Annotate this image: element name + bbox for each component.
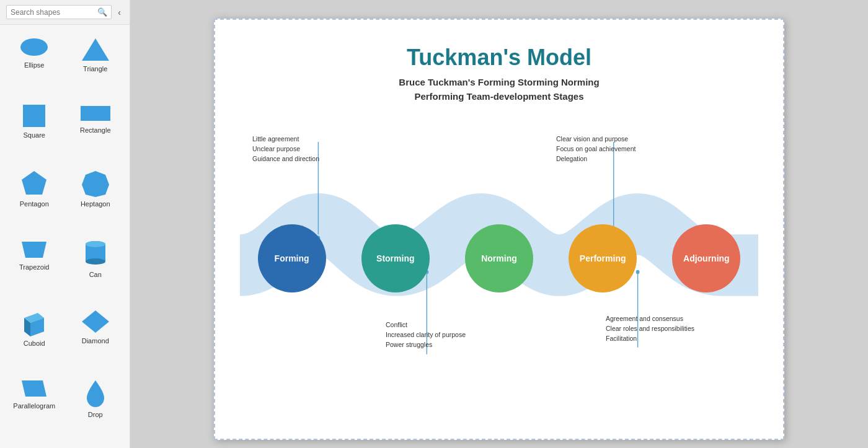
diagram-subtitle: Bruce Tuckman's Forming Storming Norming… bbox=[240, 76, 758, 103]
annotation-performing-top: Clear vision and purposeFocus on goal ac… bbox=[556, 134, 636, 164]
shape-item-parallelogram[interactable]: Parallelogram bbox=[5, 373, 64, 442]
stage-forming: Forming bbox=[258, 224, 326, 292]
svg-rect-2 bbox=[23, 105, 45, 127]
cuboid-icon bbox=[20, 309, 48, 336]
shapes-panel: Ellipse Triangle Square Rectangle bbox=[0, 25, 130, 448]
annotation-performing-bottom: Agreement and consensusClear roles and r… bbox=[606, 314, 694, 343]
shape-item-drop[interactable]: Drop bbox=[66, 373, 125, 442]
pentagon-label: Pentagon bbox=[20, 200, 49, 208]
diagram-title: Tuckman's Model bbox=[240, 45, 758, 71]
main-canvas-area: Tuckman's Model Bruce Tuckman's Forming … bbox=[130, 0, 868, 448]
sidebar: 🔍 ‹ Ellipse Triangle Square bbox=[0, 0, 130, 448]
shape-item-diamond[interactable]: Diamond bbox=[66, 304, 125, 371]
diamond-icon bbox=[81, 309, 110, 334]
stage-adjourning: Adjourning bbox=[672, 224, 740, 292]
shape-item-triangle[interactable]: Triangle bbox=[66, 31, 125, 96]
svg-marker-4 bbox=[22, 171, 46, 195]
search-icon: 🔍 bbox=[97, 7, 107, 17]
rectangle-label: Rectangle bbox=[80, 126, 111, 134]
parallelogram-icon bbox=[19, 378, 49, 399]
annotation-storming-bottom: ConflictIncreased clarity of purposePowe… bbox=[386, 320, 466, 349]
heptagon-icon bbox=[82, 170, 109, 197]
svg-marker-15 bbox=[22, 380, 46, 397]
svg-marker-5 bbox=[82, 171, 109, 197]
ellipse-icon bbox=[19, 36, 49, 58]
svg-marker-6 bbox=[22, 242, 46, 258]
square-label: Square bbox=[24, 131, 45, 139]
diagram-body: Forming Storming Norming Performing Adjo… bbox=[240, 128, 758, 389]
collapse-button[interactable]: ‹ bbox=[115, 6, 123, 19]
drop-label: Drop bbox=[88, 411, 103, 418]
trapezoid-label: Trapezoid bbox=[19, 263, 50, 271]
shape-item-ellipse[interactable]: Ellipse bbox=[5, 31, 64, 96]
svg-marker-1 bbox=[82, 38, 109, 61]
heptagon-label: Heptagon bbox=[81, 200, 110, 208]
search-box[interactable]: 🔍 bbox=[6, 5, 112, 19]
shape-item-square[interactable]: Square bbox=[5, 99, 64, 162]
diagram-canvas: Tuckman's Model Bruce Tuckman's Forming … bbox=[214, 19, 784, 440]
triangle-icon bbox=[81, 36, 110, 62]
can-icon bbox=[83, 238, 108, 268]
shape-item-heptagon[interactable]: Heptagon bbox=[66, 165, 125, 231]
can-label: Can bbox=[89, 271, 102, 278]
parallelogram-label: Parallelogram bbox=[13, 402, 55, 410]
stage-performing: Performing bbox=[569, 224, 637, 292]
shape-item-rectangle[interactable]: Rectangle bbox=[66, 99, 125, 162]
svg-point-0 bbox=[20, 38, 48, 56]
stage-storming: Storming bbox=[361, 224, 430, 292]
ellipse-label: Ellipse bbox=[24, 61, 44, 69]
stages-row: Forming Storming Norming Performing Adjo… bbox=[240, 224, 758, 292]
shape-item-trapezoid[interactable]: Trapezoid bbox=[5, 233, 64, 302]
svg-point-9 bbox=[86, 258, 105, 265]
svg-rect-3 bbox=[81, 106, 110, 121]
shape-item-cuboid[interactable]: Cuboid bbox=[5, 304, 64, 371]
rectangle-icon bbox=[79, 103, 112, 123]
annotation-forming-top: Little agreementUnclear purposeGuidance … bbox=[252, 134, 319, 164]
triangle-label: Triangle bbox=[83, 65, 107, 72]
trapezoid-icon bbox=[19, 238, 49, 260]
search-input[interactable] bbox=[11, 8, 97, 17]
cuboid-label: Cuboid bbox=[24, 340, 45, 347]
drop-icon bbox=[84, 378, 107, 408]
diamond-label: Diamond bbox=[82, 337, 109, 345]
shape-item-can[interactable]: Can bbox=[66, 233, 125, 302]
svg-point-10 bbox=[86, 241, 105, 247]
sidebar-header: 🔍 ‹ bbox=[0, 0, 130, 25]
pentagon-icon bbox=[20, 170, 48, 197]
svg-marker-14 bbox=[82, 310, 109, 333]
stage-norming: Norming bbox=[465, 224, 533, 292]
shape-item-pentagon[interactable]: Pentagon bbox=[5, 165, 64, 231]
square-icon bbox=[22, 103, 46, 128]
